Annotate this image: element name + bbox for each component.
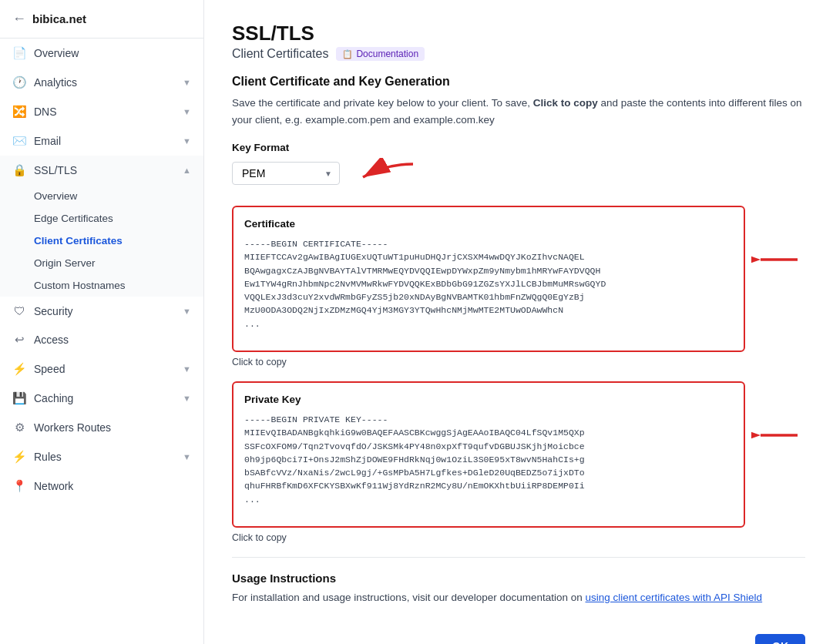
chevron-down-icon: ▼ (183, 78, 191, 87)
doc-icon: 📋 (342, 49, 353, 59)
sidebar-item-overview[interactable]: 📄 Overview (0, 39, 203, 68)
caching-icon: 💾 (12, 391, 26, 405)
back-button[interactable]: ← (12, 11, 26, 27)
sidebar-item-speed[interactable]: ⚡ Speed ▼ (0, 354, 203, 384)
certificate-block: Certificate (232, 206, 745, 352)
sidebar-item-label: Overview (34, 47, 79, 59)
chevron-down-icon: ▼ (183, 394, 191, 403)
sidebar-item-label: Analytics (34, 76, 77, 89)
cert-click-to-copy[interactable]: Click to copy (232, 357, 805, 367)
chevron-down-icon: ▼ (183, 452, 191, 461)
ok-button[interactable]: OK (755, 634, 805, 644)
documentation-badge[interactable]: 📋 Documentation (336, 47, 425, 61)
key-click-to-copy[interactable]: Click to copy (232, 532, 805, 543)
arrow-to-private-key (751, 404, 805, 466)
sidebar-item-security[interactable]: 🛡 Security ▼ (0, 297, 203, 325)
sidebar-item-edge-certificates[interactable]: Edge Certificates (34, 207, 203, 230)
sidebar-item-rules[interactable]: ⚡ Rules ▼ (0, 442, 203, 471)
sidebar-header: ← bibica.net (0, 0, 203, 39)
sidebar-item-workers-routes[interactable]: ⚙ Workers Routes (0, 413, 203, 442)
arrow-to-certificate (751, 229, 805, 290)
key-format-label: Key Format (232, 142, 805, 153)
analytics-icon: 🕐 (12, 75, 26, 89)
sidebar-item-label: Rules (34, 451, 62, 463)
rules-icon: ⚡ (12, 450, 26, 464)
divider (232, 557, 805, 558)
subtitle-row: Client Certificates 📋 Documentation (232, 47, 805, 61)
workers-icon: ⚙ (12, 421, 26, 434)
key-format-row: PEM PKCS12 (232, 158, 805, 189)
email-icon: ✉️ (12, 134, 26, 148)
security-icon: 🛡 (12, 304, 26, 317)
sidebar-item-label: Caching (34, 392, 73, 404)
usage-link[interactable]: using client certificates with API Shiel… (586, 592, 763, 603)
sidebar-item-label: DNS (34, 106, 57, 118)
key-format-select[interactable]: PEM PKCS12 (232, 162, 340, 185)
sidebar-item-ssl-overview[interactable]: Overview (34, 185, 203, 207)
private-key-title: Private Key (244, 394, 733, 405)
key-format-select-wrapper[interactable]: PEM PKCS12 (232, 162, 340, 185)
chevron-down-icon: ▼ (183, 364, 191, 374)
sidebar-item-label: Speed (34, 363, 65, 375)
ssl-icon: 🔒 (12, 163, 26, 177)
sidebar-item-access[interactable]: ↩ Access (0, 325, 203, 354)
sidebar-item-email[interactable]: ✉️ Email ▼ (0, 126, 203, 156)
certificate-textarea[interactable] (244, 237, 733, 337)
usage-desc: For installation and usage instructions,… (232, 589, 805, 606)
chevron-down-icon: ▼ (183, 107, 191, 116)
doc-label: Documentation (356, 49, 418, 59)
sidebar-item-ssl[interactable]: 🔒 SSL/TLS ▲ (0, 156, 203, 185)
sidebar-item-client-certificates[interactable]: Client Certificates (34, 230, 203, 252)
main-content: SSL/TLS Client Certificates 📋 Documentat… (204, 0, 833, 644)
page-title: SSL/TLS (232, 22, 805, 45)
network-icon: 📍 (12, 479, 26, 493)
sidebar-item-label: Workers Routes (34, 421, 111, 434)
chevron-down-icon: ▼ (183, 136, 191, 146)
chevron-up-icon: ▲ (183, 166, 191, 175)
sidebar-item-label: Security (34, 305, 73, 317)
sidebar-item-origin-server[interactable]: Origin Server (34, 252, 203, 274)
access-icon: ↩ (12, 333, 26, 347)
ssl-submenu: Overview Edge Certificates Client Certif… (0, 185, 203, 297)
sidebar-item-dns[interactable]: 🔀 DNS ▼ (0, 97, 203, 126)
overview-icon: 📄 (12, 46, 26, 60)
sidebar-item-label: SSL/TLS (34, 164, 77, 176)
speed-icon: ⚡ (12, 362, 26, 376)
sidebar-item-analytics[interactable]: 🕐 Analytics ▼ (0, 68, 203, 97)
private-key-block: Private Key (232, 381, 745, 528)
sidebar-item-label: Access (34, 334, 69, 346)
cert-section-desc: Save the certificate and private key bel… (232, 95, 805, 128)
sidebar-item-label: Network (34, 480, 73, 492)
sidebar-item-custom-hostnames[interactable]: Custom Hostnames (34, 274, 203, 297)
arrow-to-select (355, 158, 417, 189)
sidebar-item-caching[interactable]: 💾 Caching ▼ (0, 384, 203, 413)
sidebar: ← bibica.net 📄 Overview 🕐 Analytics ▼ 🔀 … (0, 0, 204, 644)
cert-section-title: Client Certificate and Key Generation (232, 75, 805, 89)
sidebar-item-network[interactable]: 📍 Network (0, 471, 203, 501)
certificate-title: Certificate (244, 218, 733, 230)
usage-title: Usage Instructions (232, 572, 805, 585)
sidebar-item-label: Email (34, 135, 61, 147)
dns-icon: 🔀 (12, 105, 26, 119)
page-subtitle: Client Certificates (232, 47, 328, 61)
site-name: bibica.net (32, 12, 86, 25)
chevron-down-icon: ▼ (183, 307, 191, 316)
private-key-textarea[interactable] (244, 413, 733, 513)
